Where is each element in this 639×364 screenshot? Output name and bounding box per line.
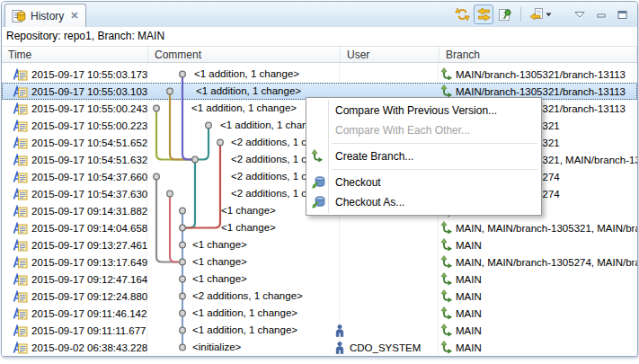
branch-names: MAIN, MAIN/branch-1305274, MAIN/branch-1… <box>456 257 637 268</box>
context-menu: Compare With Previous Version...Compare … <box>306 97 542 216</box>
user-icon <box>335 324 344 337</box>
branch-icon <box>440 289 453 303</box>
commit-icon <box>13 188 28 200</box>
commit-comment: <1 change> <box>192 239 247 250</box>
branch-cell: MAIN <box>440 236 637 253</box>
table-row[interactable]: 2015-09-02 06:38:43.228 <initialize> CDO… <box>2 339 637 356</box>
commit-time: 2015-09-17 10:55:00.243 <box>31 103 147 114</box>
menu-item-checkout-as[interactable]: Checkout As... <box>307 192 540 212</box>
time-cell: 2015-09-17 10:54:37.660 <box>13 168 147 185</box>
menu-item-label: Create Branch... <box>335 150 413 163</box>
table-row[interactable]: 2015-09-17 09:12:24.880 <2 additions, 1 … <box>2 288 637 305</box>
link-arrows-icon <box>476 7 492 22</box>
branch-names: MAIN <box>456 291 482 302</box>
tab-bar: History ✕ <box>2 2 637 27</box>
menu-item-compare-with-previous-version[interactable]: Compare With Previous Version... <box>307 101 540 120</box>
table-row[interactable]: 2015-09-17 09:14:04.658 <1 change> MAIN,… <box>2 219 637 236</box>
commit-icon <box>13 222 28 235</box>
branch-icon <box>440 255 453 269</box>
commit-icon <box>13 68 28 81</box>
commit-comment: <1 change> <box>192 273 247 284</box>
commit-icon <box>13 102 28 115</box>
compare-mode-menu-button[interactable] <box>527 4 554 24</box>
branch-icon <box>440 341 453 354</box>
commit-time: 2015-09-17 09:11:46.142 <box>31 308 146 319</box>
commit-icon <box>13 273 28 286</box>
column-header-time[interactable]: Time <box>2 47 148 62</box>
page-arrow-icon <box>529 7 544 22</box>
refresh-icon <box>455 7 470 22</box>
menu-item-label: Checkout As... <box>335 196 404 209</box>
branch-cell: MAIN <box>440 305 637 322</box>
branch-names: MAIN/branch-1305321/branch-13113 <box>456 86 626 97</box>
time-cell: 2015-09-17 10:55:00.223 <box>13 117 147 134</box>
time-cell: 2015-09-17 09:14:04.658 <box>13 219 147 236</box>
table-row[interactable]: 2015-09-17 09:11:46.142 <1 addition, 1 c… <box>2 305 637 322</box>
time-cell: 2015-09-17 10:54:37.630 <box>13 185 147 202</box>
menu-item-checkout[interactable]: Checkout <box>307 173 540 192</box>
menu-item-create-branch[interactable]: Create Branch... <box>307 146 540 166</box>
commit-comment: <1 addition, 1 change> <box>192 324 297 335</box>
link-with-editor-button[interactable] <box>474 4 493 24</box>
branch-cell: MAIN <box>440 322 637 339</box>
branch-cell: MAIN, MAIN/branch-1305321, MAIN/branch-1… <box>440 219 637 236</box>
maximize-button[interactable] <box>613 4 633 24</box>
commit-icon <box>13 85 28 98</box>
commit-icon <box>13 307 28 320</box>
pin-view-button[interactable] <box>495 4 515 24</box>
commit-icon <box>13 256 28 269</box>
time-cell: 2015-09-17 10:55:03.173 <box>13 66 147 83</box>
branch-icon <box>440 324 453 337</box>
tab-history[interactable]: History ✕ <box>4 4 86 27</box>
history-view-panel: History ✕ <box>1 1 638 357</box>
time-cell: 2015-09-17 09:11:11.677 <box>13 322 146 339</box>
branch-icon <box>440 306 453 320</box>
menu-separator <box>332 169 537 170</box>
user-cell <box>335 322 344 339</box>
menu-item-label: Checkout <box>335 176 381 189</box>
commit-time: 2015-09-17 10:54:37.660 <box>31 172 147 182</box>
pinned-page-icon <box>498 7 512 22</box>
menu-separator <box>332 143 537 144</box>
commit-icon <box>13 324 28 337</box>
commit-comment: <1 addition, 1 change> <box>191 102 297 113</box>
column-header-comment[interactable]: Comment <box>148 47 341 62</box>
table-row[interactable]: 2015-09-17 09:11:11.677 <1 addition, 1 c… <box>2 322 637 339</box>
commit-time: 2015-09-17 09:13:27.461 <box>31 240 147 251</box>
commit-time: 2015-09-17 09:11:11.677 <box>31 325 146 336</box>
table-row[interactable]: 2015-09-17 09:13:27.461 <1 change> MAIN <box>2 236 637 253</box>
commit-comment: <1 change> <box>192 256 247 267</box>
column-header-user[interactable]: User <box>341 47 439 62</box>
table-row[interactable]: 2015-09-17 10:55:03.173 <1 addition, 1 c… <box>2 66 637 83</box>
tab-label: History <box>31 10 64 22</box>
table-row[interactable]: 2015-09-17 09:13:17.649 <1 change> MAIN,… <box>2 253 637 271</box>
commit-time: 2015-09-17 09:12:24.880 <box>31 291 147 302</box>
minimize-button[interactable] <box>591 4 611 24</box>
commit-time: 2015-09-17 09:12:47.164 <box>31 274 147 285</box>
branch-names: MAIN <box>456 325 482 336</box>
user-icon <box>335 342 344 354</box>
refresh-button[interactable] <box>452 4 472 24</box>
view-menu-button[interactable] <box>570 4 590 24</box>
commit-time: 2015-09-17 10:54:51.632 <box>31 155 147 165</box>
menu-item-label: Compare With Previous Version... <box>335 104 497 117</box>
minimize-icon <box>597 10 607 19</box>
column-header-branch[interactable]: Branch <box>439 47 637 62</box>
tab-close-icon[interactable]: ✕ <box>70 10 78 22</box>
commit-icon <box>13 205 28 218</box>
view-toolbar <box>452 4 633 24</box>
repository-info: Repository: repo1, Branch: MAIN <box>2 27 637 46</box>
table-row[interactable]: 2015-09-17 09:12:47.164 <1 change> MAIN <box>2 271 637 288</box>
commit-comment: <1 addition, 1 change> <box>194 68 299 79</box>
down-triangle-icon <box>574 11 585 18</box>
branch-names: MAIN <box>456 274 482 285</box>
time-cell: 2015-09-17 10:54:51.652 <box>13 134 147 151</box>
time-cell: 2015-09-17 10:55:03.103 <box>13 83 147 100</box>
commit-comment: <initialize> <box>192 342 241 352</box>
maximize-icon <box>617 10 628 20</box>
commit-icon <box>13 154 28 166</box>
commit-comment: <1 addition, 1 change> <box>196 85 301 96</box>
branch-cell: MAIN <box>440 339 637 356</box>
commit-time: 2015-09-17 10:55:00.223 <box>31 120 147 131</box>
commit-icon <box>13 137 28 149</box>
